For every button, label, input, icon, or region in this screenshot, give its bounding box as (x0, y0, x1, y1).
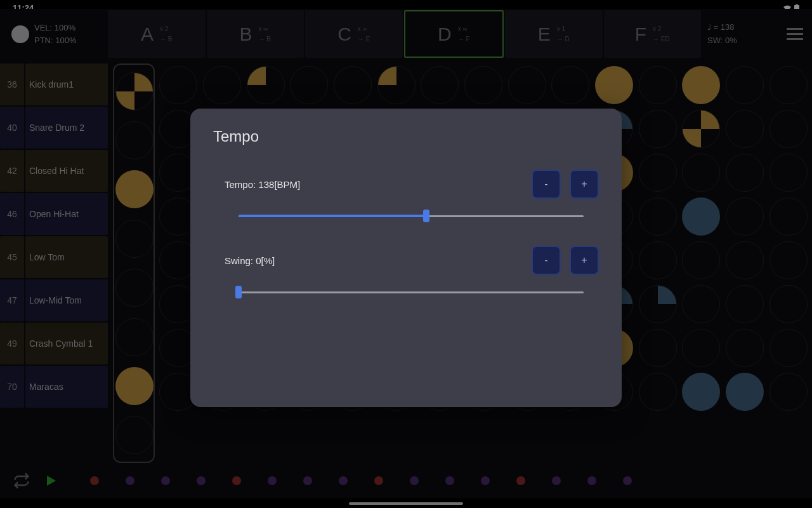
swing-label: Swing: 0[%] (213, 255, 275, 266)
swing-slider[interactable] (239, 283, 584, 302)
modal-title: Tempo (213, 128, 599, 145)
tempo-modal: Tempo Tempo: 138[BPM] - + Swing: 0[%] - … (190, 109, 622, 407)
tempo-plus-button[interactable]: + (570, 170, 599, 199)
swing-slider-thumb[interactable] (235, 286, 242, 298)
tempo-label: Tempo: 138[BPM] (213, 179, 300, 190)
tempo-minus-button[interactable]: - (532, 170, 561, 199)
tempo-slider-thumb[interactable] (423, 210, 429, 222)
swing-plus-button[interactable]: + (570, 246, 599, 275)
tempo-slider[interactable] (239, 206, 584, 225)
swing-minus-button[interactable]: - (532, 246, 561, 275)
